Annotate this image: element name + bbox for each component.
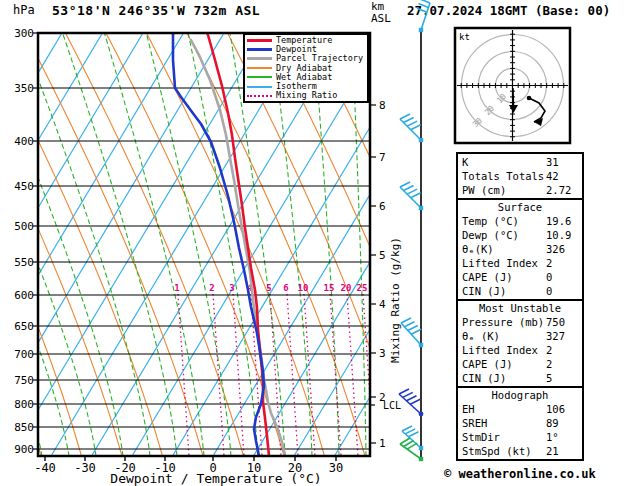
- legend-swatch-thick: [247, 39, 272, 42]
- table-row-value: 5: [546, 371, 582, 385]
- legend-swatch-thin: [247, 76, 272, 78]
- table-row: CIN (J)0: [458, 284, 582, 298]
- pressure-tick-label: 700: [14, 348, 34, 361]
- table-row-value: 2: [546, 343, 582, 357]
- km-tick-label: 8: [379, 99, 386, 112]
- wind-barb: [400, 114, 423, 142]
- km-tick-label: 5: [379, 249, 386, 262]
- table-row-value: 31: [546, 155, 582, 169]
- table-row-value: 0: [546, 270, 582, 284]
- legend-swatch-thin: [247, 67, 272, 69]
- table-row-value: 1°: [546, 430, 582, 444]
- table-row-label: CAPE (J): [462, 270, 546, 284]
- lcl-label: LCL: [383, 400, 401, 411]
- hodograph-unit-label: kt: [459, 32, 470, 42]
- table-row-value: 2: [546, 357, 582, 371]
- km-tick-label: 3: [379, 347, 386, 360]
- table-row-value: 106: [546, 402, 582, 416]
- pressure-tick-label: 900: [14, 443, 34, 456]
- table-row: Lifted Index2: [458, 256, 582, 270]
- km-tick-label: 6: [379, 200, 386, 213]
- station-dot: [419, 138, 423, 142]
- chart-legend: TemperatureDewpointParcel TrajectoryDry …: [243, 33, 369, 103]
- pressure-tick-label: 850: [14, 421, 34, 434]
- pressure-tick-label: 800: [14, 398, 34, 411]
- pressure-tick-label: 450: [14, 180, 34, 193]
- temp-tick-label: -30: [74, 461, 96, 475]
- pressure-tick-label: 500: [14, 220, 34, 233]
- table-row: Pressure (mb)750: [458, 315, 582, 329]
- mixing-ratio-value-label: 1: [174, 283, 179, 293]
- table-row: StmDir1°: [458, 430, 582, 444]
- table-row-label: CAPE (J): [462, 357, 546, 371]
- station-dot: [419, 412, 424, 417]
- km-asl-axis: 87654321LCLMixing Ratio (g/kg): [370, 99, 402, 450]
- table-row-value: 2: [546, 256, 582, 270]
- mixing-ratio-value-label: 25: [357, 283, 368, 293]
- table-row: Lifted Index2: [458, 343, 582, 357]
- table-row-label: θₑ (K): [462, 329, 546, 343]
- pressure-tick-label: 550: [14, 256, 34, 269]
- copyright-credit: © weatheronline.co.uk: [444, 467, 596, 481]
- table-row-label: PW (cm): [462, 183, 546, 197]
- table-row-value: 19.6: [546, 214, 582, 228]
- mixing-ratio-value-label: 6: [283, 283, 288, 293]
- data-box-indices: K31Totals Totals42PW (cm)2.72: [456, 152, 584, 200]
- legend-swatch-dotted: [247, 95, 272, 97]
- table-row-value: 2.72: [546, 183, 582, 197]
- legend-swatch-thin: [247, 86, 272, 88]
- table-row-label: Pressure (mb): [462, 315, 546, 329]
- table-section-header: Most Unstable: [458, 302, 582, 315]
- wind-barb: [400, 182, 423, 210]
- table-section-header: Surface: [458, 201, 582, 214]
- mixing-ratio-axis-title: Mixing Ratio (g/kg): [389, 237, 402, 363]
- legend-item-label: Mixing Ratio: [276, 91, 337, 100]
- table-row-label: Dewp (°C): [462, 228, 546, 242]
- data-box-hodograph: HodographEH106SREH89StmDir1°StmSpd (kt)2…: [456, 386, 584, 461]
- table-section-header: Hodograph: [458, 389, 582, 402]
- indices-tables: K31Totals Totals42PW (cm)2.72SurfaceTemp…: [456, 152, 584, 461]
- table-row-value: 0: [546, 284, 582, 298]
- km-tick-label: 7: [379, 151, 386, 164]
- table-row: StmSpd (kt)21: [458, 444, 582, 458]
- table-row-value: 327: [546, 329, 582, 343]
- km-tick-label: 1: [379, 437, 386, 450]
- pressure-tick-label: 300: [14, 27, 34, 40]
- table-row: SREH89: [458, 416, 582, 430]
- temp-tick-label: -40: [34, 461, 56, 475]
- legend-swatch-thick: [247, 57, 272, 60]
- temp-tick-label: 30: [329, 461, 343, 475]
- table-row: CAPE (J)0: [458, 270, 582, 284]
- table-row: Dewp (°C)10.9: [458, 228, 582, 242]
- table-row-value: 21: [546, 444, 582, 458]
- table-row: CAPE (J)2: [458, 357, 582, 371]
- table-row-label: Totals Totals: [462, 169, 546, 183]
- table-row: Totals Totals42: [458, 169, 582, 183]
- table-row-value: 326: [546, 242, 582, 256]
- data-box-surface: SurfaceTemp (°C)19.6Dewp (°C)10.9θₑ(K)32…: [456, 198, 584, 301]
- station-dot: [419, 28, 423, 32]
- wind-barb-column: [399, 0, 430, 461]
- table-row-label: StmSpd (kt): [462, 444, 546, 458]
- table-row: CIN (J)5: [458, 371, 582, 385]
- pressure-tick-label: 650: [14, 320, 34, 333]
- table-row: θₑ(K)326: [458, 242, 582, 256]
- skewt-sounding-page: hPa 53°18'N 246°35'W 732m ASL km ASL 27.…: [0, 0, 629, 486]
- table-row-label: Lifted Index: [462, 343, 546, 357]
- table-row: Temp (°C)19.6: [458, 214, 582, 228]
- hodograph: 102030kt: [455, 28, 570, 143]
- pressure-tick-label: 750: [14, 374, 34, 387]
- pressure-tick-label: 400: [14, 135, 34, 148]
- table-row-label: CIN (J): [462, 284, 546, 298]
- table-row-label: CIN (J): [462, 371, 546, 385]
- legend-item: Mixing Ratio: [247, 91, 367, 100]
- km-tick-label: 4: [379, 298, 386, 311]
- table-row-value: 42: [546, 169, 582, 183]
- pressure-tick-label: 600: [14, 289, 34, 302]
- station-dot: [419, 446, 423, 450]
- table-row-label: K: [462, 155, 546, 169]
- mixing-ratio-value-label: 15: [324, 283, 335, 293]
- legend-swatch-thick: [247, 48, 272, 51]
- table-row: PW (cm)2.72: [458, 183, 582, 197]
- table-row-label: StmDir: [462, 430, 546, 444]
